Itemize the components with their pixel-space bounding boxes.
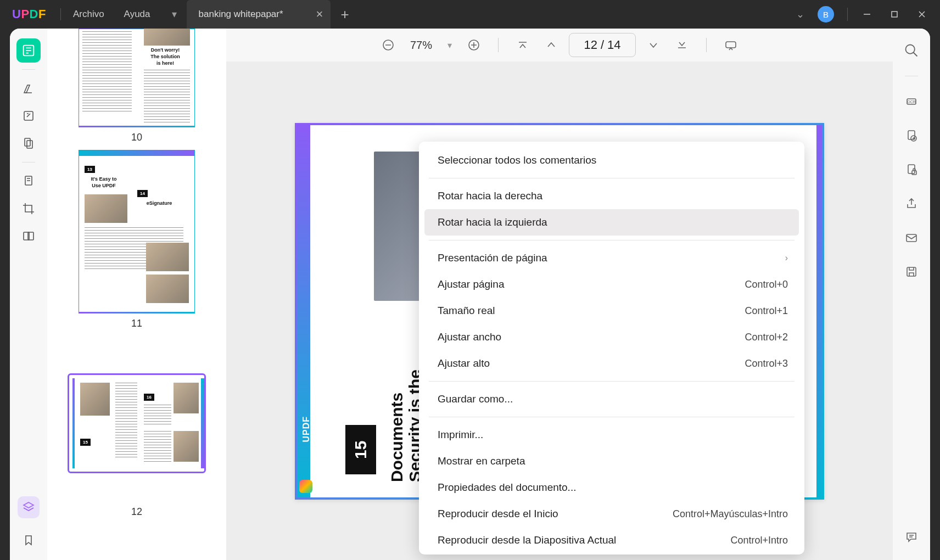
svg-rect-32 [907,267,916,276]
cm-actual-size[interactable]: Tamaño realControl+1 [424,298,799,324]
first-page-button[interactable] [512,34,534,56]
search-button[interactable] [899,38,924,63]
chevron-right-icon: › [785,253,788,263]
titlebar-right: ⌄ B [792,3,940,25]
separator [429,178,794,178]
comments-button[interactable] [899,525,924,549]
close-icon[interactable]: × [316,7,323,21]
cm-fit-height[interactable]: Ajustar altoControl+3 [424,350,799,377]
page-tool-button[interactable] [16,131,41,155]
separator [498,38,499,52]
context-menu: Seleccionar todos los comentarios Rotar … [419,142,804,555]
share-button[interactable] [899,192,924,216]
thumbnail-item[interactable]: Don't worry! The solution is here! 10 [64,29,210,143]
cm-play-from-start[interactable]: Reproducir desde el InicioControl+Mayúsc… [424,501,799,527]
zoom-out-button[interactable] [377,34,399,56]
separator [847,8,848,21]
thumbnail-number: 12 [64,506,210,518]
thumbnail-number: 11 [64,318,210,329]
close-button[interactable] [909,3,935,25]
avatar[interactable]: B [818,6,834,23]
separator [429,417,794,417]
menu-help[interactable]: Ayuda [114,0,160,29]
email-button[interactable] [899,226,924,250]
left-tool-rail [10,29,47,560]
cm-show-in-folder[interactable]: Mostrar en carpeta [424,448,799,474]
new-tab-button[interactable]: + [331,6,359,23]
thumbnail-panel[interactable]: Don't worry! The solution is here! 10 13… [47,29,226,560]
thumbnail-item-selected[interactable]: 15 16 12 [64,373,210,518]
protect-button[interactable] [899,158,924,182]
cm-doc-properties[interactable]: Propiedades del documento... [424,474,799,501]
cm-fit-width[interactable]: Ajustar anchoControl+2 [424,324,799,350]
crop-tool-button[interactable] [16,197,41,221]
app-logo: UPDF [0,7,58,21]
separator [22,162,35,163]
cm-save-as[interactable]: Guardar como... [424,386,799,412]
cm-play-from-current[interactable]: Reproducir desde la Diapositiva ActualCo… [424,527,799,553]
thumbnail-preview: 13 It's Easy to Use UPDF 14 eSignature [79,150,195,313]
svg-rect-1 [892,12,897,17]
presentation-button[interactable] [720,34,742,56]
svg-point-23 [906,45,915,54]
cm-rotate-left[interactable]: Rotar hacia la izquierda [424,209,799,236]
zoom-in-button[interactable] [463,34,485,56]
separator [429,381,794,382]
separator [429,240,794,240]
separator [706,38,707,52]
maximize-button[interactable] [882,3,907,25]
thumbnail-preview: Don't worry! The solution is here! [79,29,195,127]
svg-text:OCR: OCR [907,100,916,104]
svg-rect-10 [25,138,30,146]
page-logo-text: UPDF [301,416,311,443]
menu-file[interactable]: Archivo [63,0,114,29]
cm-print[interactable]: Imprimir... [424,422,799,448]
chevron-down-icon[interactable]: ⌄ [792,4,809,25]
last-page-button[interactable] [671,34,693,56]
separator [905,76,918,76]
ocr-button[interactable]: OCR [899,89,924,114]
page-number-input[interactable]: 12 / 14 [569,33,636,57]
reader-mode-button[interactable] [16,38,41,63]
tab-active[interactable]: banking whitepapar* × [187,0,331,29]
svg-rect-11 [27,141,32,148]
view-toolbar: 77% ▾ 12 / 14 [226,29,893,61]
page-logo-icon [299,480,312,493]
next-page-button[interactable] [642,34,664,56]
svg-rect-30 [912,171,916,175]
highlight-tool-button[interactable] [16,76,41,100]
compare-tool-button[interactable] [16,224,41,248]
cm-page-display[interactable]: Presentación de página› [424,245,799,271]
convert-button[interactable] [899,124,924,148]
zoom-level[interactable]: 77% [406,39,437,52]
right-tool-rail: OCR [893,29,930,560]
svg-rect-22 [726,42,736,48]
tab-dropdown-icon[interactable]: ▾ [165,4,184,24]
layers-button[interactable] [18,496,40,518]
cm-select-all-comments[interactable]: Seleccionar todos los comentarios [424,147,799,173]
titlebar: UPDF Archivo Ayuda ▾ banking whitepapar*… [0,0,940,29]
prev-page-button[interactable] [540,34,562,56]
zoom-dropdown-icon[interactable]: ▾ [443,40,456,51]
minimize-button[interactable] [854,3,880,25]
cm-rotate-right[interactable]: Rotar hacia la derecha [424,183,799,209]
tab-bar: ▾ banking whitepapar* × + [165,0,359,29]
svg-rect-31 [907,234,916,242]
svg-line-24 [914,53,917,57]
separator [60,8,61,20]
edit-tool-button[interactable] [16,104,41,128]
cm-fit-page[interactable]: Ajustar páginaControl+0 [424,271,799,298]
page-section-number: 15 [345,425,376,474]
separator [22,69,35,70]
save-button[interactable] [899,260,924,284]
thumbnail-item[interactable]: 13 It's Easy to Use UPDF 14 eSignature 1… [64,150,210,329]
thumbnail-preview: 15 16 [68,373,206,473]
organize-tool-button[interactable] [16,169,41,193]
bookmark-button[interactable] [16,528,41,552]
thumbnail-number: 10 [64,132,210,143]
tab-title: banking whitepapar* [199,9,283,20]
